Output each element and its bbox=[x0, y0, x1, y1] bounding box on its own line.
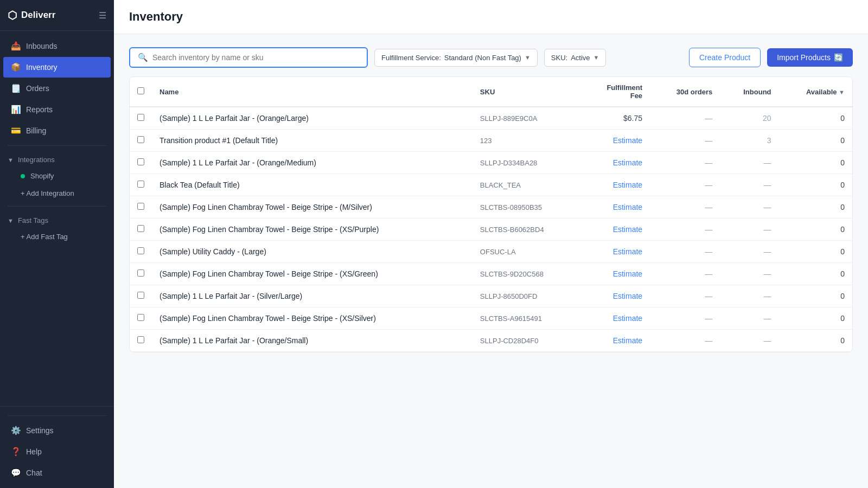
estimate-link[interactable]: Estimate bbox=[613, 181, 642, 189]
row-product-name: (Sample) Fog Linen Chambray Towel - Beig… bbox=[152, 219, 473, 241]
sidebar-item-help[interactable]: ❓ Help bbox=[3, 441, 111, 462]
estimate-link[interactable]: Estimate bbox=[613, 292, 642, 300]
row-available: 0 bbox=[779, 330, 852, 352]
sidebar-item-reports[interactable]: 📊 Reports bbox=[3, 99, 111, 120]
row-checkbox-cell bbox=[130, 285, 152, 307]
row-checkbox-cell bbox=[130, 330, 152, 352]
row-orders-30d: — bbox=[650, 130, 720, 152]
row-checkbox-1[interactable] bbox=[137, 136, 144, 143]
row-checkbox-7[interactable] bbox=[137, 269, 144, 277]
fulfillment-filter[interactable]: Fulfillment Service: Standard (Non Fast … bbox=[374, 49, 538, 67]
inventory-icon: 📦 bbox=[11, 62, 21, 72]
row-product-name: (Sample) Fog Linen Chambray Towel - Beig… bbox=[152, 263, 473, 285]
row-product-name: (Sample) Fog Linen Chambray Towel - Beig… bbox=[152, 307, 473, 330]
estimate-link[interactable]: Estimate bbox=[613, 247, 642, 256]
search-input[interactable] bbox=[152, 53, 359, 62]
add-fast-tag-label: + Add Fast Tag bbox=[21, 233, 68, 241]
estimate-link[interactable]: Estimate bbox=[613, 158, 642, 167]
row-fee[interactable]: Estimate bbox=[580, 196, 650, 219]
sidebar-item-billing[interactable]: 💳 Billing bbox=[3, 120, 111, 141]
fulfillment-filter-value: Standard (Non Fast Tag) bbox=[444, 54, 521, 62]
row-available: 0 bbox=[779, 263, 852, 285]
integrations-section[interactable]: ▼ Integrations bbox=[0, 150, 114, 167]
row-orders-30d: — bbox=[650, 285, 720, 307]
row-checkbox-cell bbox=[130, 263, 152, 285]
sidebar-item-inventory[interactable]: 📦 Inventory bbox=[3, 57, 111, 78]
table-row: (Sample) Fog Linen Chambray Towel - Beig… bbox=[130, 196, 852, 219]
row-fee[interactable]: Estimate bbox=[580, 174, 650, 196]
row-fee[interactable]: Estimate bbox=[580, 285, 650, 307]
sidebar-item-settings[interactable]: ⚙️ Settings bbox=[3, 420, 111, 441]
row-sku: SLCTBS-B6062BD4 bbox=[473, 219, 580, 241]
row-checkbox-9[interactable] bbox=[137, 314, 144, 321]
settings-label: Settings bbox=[26, 426, 54, 435]
fast-tags-section[interactable]: ▼ Fast Tags bbox=[0, 211, 114, 228]
row-orders-30d: — bbox=[650, 307, 720, 330]
row-fee[interactable]: Estimate bbox=[580, 330, 650, 352]
estimate-link[interactable]: Estimate bbox=[613, 203, 642, 211]
row-checkbox-cell bbox=[130, 241, 152, 263]
add-integration-label: + Add Integration bbox=[21, 189, 74, 197]
sidebar-item-add-fast-tag[interactable]: + Add Fast Tag bbox=[3, 228, 111, 245]
nav-divider-3 bbox=[8, 415, 106, 416]
row-checkbox-5[interactable] bbox=[137, 225, 144, 232]
sidebar-item-chat[interactable]: 💬 Chat bbox=[3, 463, 111, 483]
row-orders-30d: — bbox=[650, 263, 720, 285]
create-product-button[interactable]: Create Product bbox=[689, 48, 761, 67]
row-checkbox-8[interactable] bbox=[137, 292, 144, 299]
estimate-link[interactable]: Estimate bbox=[613, 336, 642, 345]
row-checkbox-6[interactable] bbox=[137, 247, 144, 254]
sidebar-item-label: Billing bbox=[26, 126, 46, 135]
estimate-link[interactable]: Estimate bbox=[613, 225, 642, 234]
row-available: 0 bbox=[779, 285, 852, 307]
sidebar-item-orders[interactable]: 🗒️ Orders bbox=[3, 78, 111, 99]
row-checkbox-cell bbox=[130, 219, 152, 241]
sku-filter[interactable]: SKU: Active ▼ bbox=[544, 49, 607, 67]
row-checkbox-cell bbox=[130, 107, 152, 130]
sidebar-item-shopify[interactable]: Shopify bbox=[3, 168, 111, 184]
sidebar-item-label: Inbounds bbox=[26, 42, 58, 50]
orders-icon: 🗒️ bbox=[11, 84, 21, 93]
row-product-name: (Sample) Fog Linen Chambray Towel - Beig… bbox=[152, 196, 473, 219]
row-product-name: Transition product #1 (Default Title) bbox=[152, 130, 473, 152]
fee-value: $6.75 bbox=[623, 114, 642, 123]
row-checkbox-4[interactable] bbox=[137, 203, 144, 210]
row-inbound: — bbox=[720, 174, 778, 196]
row-fee[interactable]: Estimate bbox=[580, 307, 650, 330]
row-checkbox-3[interactable] bbox=[137, 181, 144, 188]
hamburger-icon[interactable]: ☰ bbox=[99, 10, 106, 21]
row-orders-30d: — bbox=[650, 107, 720, 130]
sidebar-item-inbounds[interactable]: 📥 Inbounds bbox=[3, 36, 111, 56]
row-inbound: 20 bbox=[720, 107, 778, 130]
fast-tags-arrow: ▼ bbox=[8, 217, 14, 224]
row-checkbox-0[interactable] bbox=[137, 114, 144, 121]
row-inbound: — bbox=[720, 196, 778, 219]
content-area: 🔍 Fulfillment Service: Standard (Non Fas… bbox=[114, 34, 868, 488]
row-fee[interactable]: Estimate bbox=[580, 241, 650, 263]
estimate-link[interactable]: Estimate bbox=[613, 269, 642, 278]
estimate-link[interactable]: Estimate bbox=[613, 136, 642, 145]
row-checkbox-2[interactable] bbox=[137, 158, 144, 165]
row-fee[interactable]: Estimate bbox=[580, 263, 650, 285]
row-inbound: — bbox=[720, 219, 778, 241]
row-orders-30d: — bbox=[650, 152, 720, 174]
row-fee[interactable]: Estimate bbox=[580, 130, 650, 152]
col-header-fee: FulfillmentFee bbox=[580, 77, 650, 107]
row-checkbox-10[interactable] bbox=[137, 336, 144, 343]
fulfillment-filter-arrow: ▼ bbox=[525, 54, 531, 61]
import-products-button[interactable]: Import Products 🔄 bbox=[767, 48, 853, 67]
row-sku: SLCTBS-08950B35 bbox=[473, 196, 580, 219]
sidebar-item-add-integration[interactable]: + Add Integration bbox=[3, 185, 111, 202]
table-row: (Sample) 1 L Le Parfait Jar - (Silver/La… bbox=[130, 285, 852, 307]
available-sort-icon: ▼ bbox=[839, 89, 845, 95]
row-checkbox-cell bbox=[130, 152, 152, 174]
app-name: Deliverr bbox=[21, 10, 55, 21]
select-all-checkbox[interactable] bbox=[137, 87, 144, 94]
sku-filter-arrow: ▼ bbox=[593, 54, 599, 61]
row-sku: OFSUC-LA bbox=[473, 241, 580, 263]
row-fee[interactable]: Estimate bbox=[580, 219, 650, 241]
row-fee[interactable]: Estimate bbox=[580, 152, 650, 174]
main-content: Inventory 🔍 Fulfillment Service: Standar… bbox=[114, 0, 868, 488]
estimate-link[interactable]: Estimate bbox=[613, 314, 642, 323]
row-product-name: Black Tea (Default Title) bbox=[152, 174, 473, 196]
